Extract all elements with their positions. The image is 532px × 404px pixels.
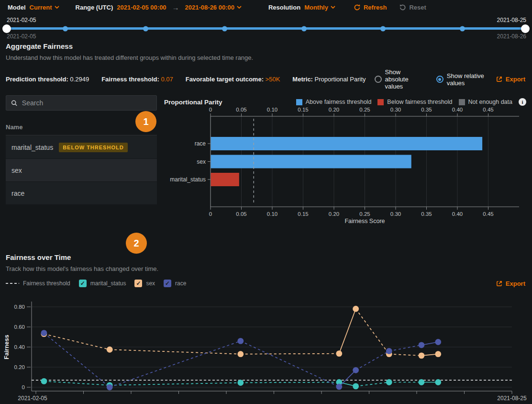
refresh-button[interactable]: Refresh bbox=[354, 4, 387, 11]
fairness-over-time-line-chart: 00.200.400.600.80Fairness2021-02-052021-… bbox=[0, 293, 532, 404]
slider-range-start-label: 2021-02-05 bbox=[7, 33, 36, 40]
legend-label: Below fairness threshold bbox=[387, 99, 452, 105]
reset-button[interactable]: Reset bbox=[399, 4, 426, 11]
annotation-badge-1: 1 bbox=[135, 111, 156, 132]
fairness-over-time-export-button[interactable]: Export bbox=[496, 280, 525, 287]
model-value: Current bbox=[30, 4, 52, 11]
slider-end-label: 2021-08-25 bbox=[497, 17, 526, 23]
radio-show-relative[interactable]: Show relative values bbox=[436, 72, 484, 87]
legend-label: Above fairness threshold bbox=[306, 99, 372, 105]
favorable-outcome-value: >50K bbox=[266, 76, 280, 83]
bar-chart-panel: Proportional Parity Above fairness thres… bbox=[164, 95, 526, 226]
list-item-race[interactable]: race bbox=[6, 182, 157, 204]
range-start-value[interactable]: 2021-02-05 00:00 bbox=[117, 4, 166, 11]
slider-handle-left[interactable] bbox=[2, 24, 11, 33]
slider-tick-dot bbox=[143, 26, 148, 31]
blue-swatch bbox=[296, 99, 302, 105]
export-label: Export bbox=[506, 76, 525, 83]
feature-list-panel: Name marital_status BELOW THRESHOLD sex … bbox=[6, 95, 157, 226]
svg-text:marital_status: marital_status bbox=[170, 176, 206, 183]
legend-label: sex bbox=[146, 280, 155, 287]
favorable-outcome: Favorable target outcome: >50K bbox=[186, 76, 280, 83]
svg-text:0: 0 bbox=[209, 211, 212, 217]
metric: Metric: Proportional Parity bbox=[292, 76, 366, 83]
resolution-label: Resolution bbox=[268, 4, 300, 11]
svg-text:0.30: 0.30 bbox=[390, 211, 401, 217]
resolution-select[interactable]: Monthly bbox=[304, 4, 335, 11]
range-label: Range (UTC) bbox=[76, 4, 113, 11]
svg-text:2021-02-05: 2021-02-05 bbox=[18, 395, 47, 402]
svg-text:0.10: 0.10 bbox=[267, 107, 277, 112]
svg-text:0: 0 bbox=[22, 384, 25, 390]
toggle-sex[interactable]: ✓ sex bbox=[134, 280, 155, 287]
chevron-down-icon bbox=[237, 6, 242, 9]
svg-text:0.80: 0.80 bbox=[14, 304, 25, 310]
list-item-label: marital_status bbox=[11, 144, 53, 151]
slider-range-end-label: 2021-08-26 bbox=[497, 33, 526, 40]
svg-text:0.15: 0.15 bbox=[298, 211, 308, 217]
legend-below-threshold: Below fairness threshold bbox=[377, 99, 452, 105]
bar-chart-header: Proportional Parity Above fairness thres… bbox=[164, 98, 526, 106]
model-select[interactable]: Current bbox=[30, 4, 59, 11]
refresh-icon bbox=[354, 4, 361, 11]
slider-tick-dot bbox=[63, 26, 68, 31]
dashed-line-icon bbox=[6, 282, 19, 284]
slider-tick-dot bbox=[222, 26, 227, 31]
fairness-over-time-header: Fairness over Time Track how this model'… bbox=[0, 253, 532, 272]
list-item-sex[interactable]: sex bbox=[6, 159, 157, 181]
svg-text:0.35: 0.35 bbox=[421, 211, 432, 217]
info-icon[interactable]: i bbox=[519, 98, 526, 106]
legend-label: Not enough data bbox=[468, 99, 512, 105]
proportional-parity-bar-chart: 000.050.050.100.100.150.150.200.200.250.… bbox=[164, 106, 526, 226]
slider-tick-dot bbox=[380, 26, 386, 31]
svg-text:0: 0 bbox=[209, 107, 212, 112]
fairness-threshold-value: 0.07 bbox=[161, 76, 173, 83]
radio-show-absolute[interactable]: Show absolute values bbox=[375, 68, 425, 90]
list-item-label: sex bbox=[11, 167, 22, 174]
aggregate-fairness-title: Aggregate Fairness bbox=[6, 42, 532, 50]
fairness-over-time-legend: Fairness threshold ✓ marital_status ✓ se… bbox=[6, 280, 525, 287]
toggle-marital-status[interactable]: ✓ marital_status bbox=[79, 280, 126, 287]
model-label: Model bbox=[8, 4, 26, 11]
aggregate-fairness-subtitle: Understand how this model has treated di… bbox=[6, 54, 532, 61]
slider-handle-right[interactable] bbox=[521, 24, 530, 33]
bar-chart-legend: Above fairness threshold Below fairness … bbox=[296, 98, 526, 106]
export-icon bbox=[496, 76, 503, 83]
search-input[interactable] bbox=[22, 99, 152, 107]
below-threshold-badge: BELOW THRESHOLD bbox=[59, 143, 127, 152]
svg-text:Fairness: Fairness bbox=[3, 335, 10, 359]
svg-text:0.20: 0.20 bbox=[329, 107, 339, 112]
range-group: Range (UTC) 2021-02-05 00:00 → 2021-08-2… bbox=[76, 3, 242, 11]
svg-text:0.40: 0.40 bbox=[14, 344, 25, 350]
svg-text:0.25: 0.25 bbox=[359, 211, 370, 217]
slider-track[interactable] bbox=[4, 27, 528, 30]
bar-chart-title: Proportional Parity bbox=[164, 99, 222, 106]
legend-fairness-threshold: Fairness threshold bbox=[6, 280, 70, 287]
list-item-marital-status[interactable]: marital_status BELOW THRESHOLD bbox=[6, 136, 157, 158]
reset-label: Reset bbox=[409, 4, 426, 11]
toggle-race[interactable]: ✓ race bbox=[164, 280, 186, 287]
svg-text:0.35: 0.35 bbox=[421, 107, 432, 112]
prediction-threshold-value: 0.2949 bbox=[70, 76, 89, 83]
checkbox-checked-icon: ✓ bbox=[79, 280, 87, 287]
export-icon bbox=[496, 280, 503, 287]
aggregate-controls-row: Prediction threshold: 0.2949 Fairness th… bbox=[6, 68, 525, 90]
svg-text:0.40: 0.40 bbox=[452, 107, 463, 112]
range-end-select[interactable]: 2021-08-26 00:00 bbox=[185, 4, 242, 11]
legend-label: Fairness threshold bbox=[23, 280, 70, 287]
aggregate-export-button[interactable]: Export bbox=[496, 76, 525, 83]
search-box[interactable] bbox=[6, 95, 157, 111]
chevron-down-icon bbox=[331, 6, 335, 9]
svg-text:0.45: 0.45 bbox=[483, 211, 493, 217]
svg-text:sex: sex bbox=[197, 158, 206, 165]
list-item-label: race bbox=[11, 190, 24, 197]
svg-text:0.05: 0.05 bbox=[236, 211, 246, 217]
slider-start-label: 2021-02-05 bbox=[7, 17, 36, 23]
chevron-down-icon bbox=[55, 6, 59, 9]
legend-above-threshold: Above fairness threshold bbox=[296, 99, 372, 105]
red-swatch bbox=[377, 99, 384, 105]
resolution-value: Monthly bbox=[304, 4, 328, 11]
fairness-threshold-label: Fairness threshold: bbox=[101, 76, 159, 83]
checkbox-checked-icon: ✓ bbox=[134, 280, 142, 287]
radio-unchecked-icon bbox=[375, 76, 382, 83]
